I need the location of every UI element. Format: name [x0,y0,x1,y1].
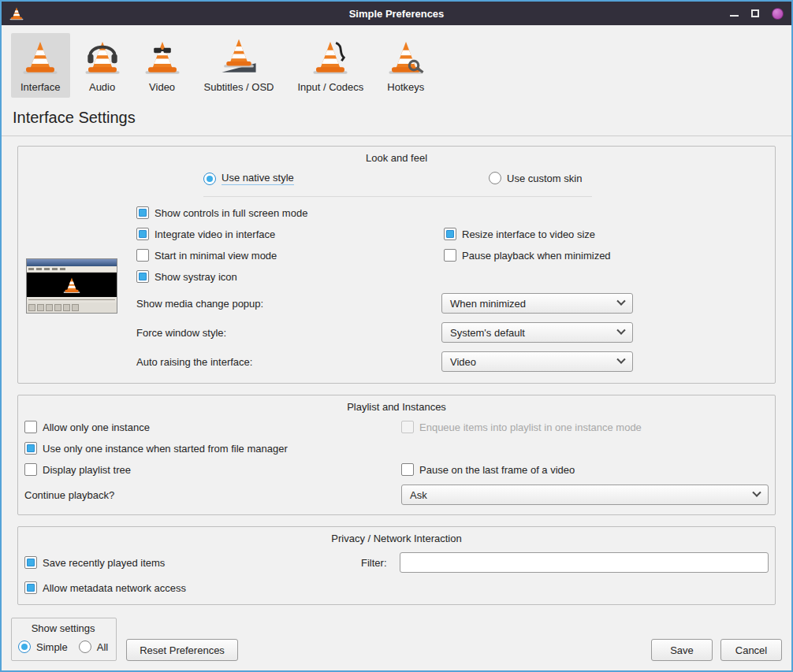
look-and-feel-body: Show controls in full screen mode Integr… [18,199,775,383]
restore-icon[interactable] [751,9,759,17]
cancel-button[interactable]: Cancel [720,639,782,661]
footer: Show settings Simple All Reset Preferenc… [2,618,791,670]
checkbox-show-systray-icon[interactable]: Show systray icon [136,270,444,283]
privacy-row-2: Allow metadata network access [18,573,775,604]
interface-checkbox-grid: Show controls in full screen mode Integr… [136,206,765,283]
checkbox-indicator [444,249,456,262]
look-and-feel-group: Look and feel Use native style Use custo… [17,146,776,384]
checkbox-indicator [136,270,149,283]
checkbox-one-instance-file-manager[interactable]: Use only one instance when started from … [24,442,769,455]
save-button[interactable]: Save [651,639,713,661]
filter-input[interactable] [400,552,769,573]
category-subtitles-osd[interactable]: Subtitles / OSD [195,33,284,98]
hotkeys-cone-icon [388,39,424,76]
checkbox-label: Pause on the last frame of a video [419,464,575,476]
subtitles-cone-icon [221,39,257,76]
privacy-network-group: Privacy / Network Interaction Save recen… [17,526,776,605]
category-interface[interactable]: Interface [11,33,70,98]
dropdown-value: Ask [410,489,427,501]
chevron-down-icon [616,326,625,335]
style-radio-row: Use native style Use custom skin [18,172,775,189]
checkbox-pause-last-frame[interactable]: Pause on the last frame of a video [401,463,769,476]
checkbox-label: Allow only one instance [43,421,150,433]
group-title: Playlist and Instances [18,395,775,421]
checkbox-label: Save recently played items [43,557,165,569]
checkbox-save-recently-played[interactable]: Save recently played items [24,556,361,569]
checkbox-show-fullscreen-controls[interactable]: Show controls in full screen mode [136,206,444,219]
checkbox-resize-interface[interactable]: Resize interface to video size [444,228,765,240]
dropdown-media-change-popup[interactable]: When minimized [441,293,633,314]
checkbox-indicator [136,249,149,262]
checkbox-pause-when-minimized[interactable]: Pause playback when minimized [444,249,765,262]
checkbox-label: Enqueue items into playlist in one insta… [419,421,642,433]
media-change-popup-label: Show media change popup: [136,298,441,310]
force-window-style-label: Force window style: [136,327,441,339]
radio-use-custom-skin[interactable]: Use custom skin [489,172,582,184]
radio-label: Use native style [222,172,294,185]
style-separator [203,196,592,197]
checkbox-label: Resize interface to video size [462,228,595,240]
radio-label: Use custom skin [507,173,582,184]
checkbox-label: Show systray icon [155,271,237,283]
vlc-preview-thumbnail [26,258,117,314]
dropdown-value: System's default [450,327,525,339]
checkbox-indicator [24,556,37,569]
checkbox-indicator [401,463,414,476]
checkbox-allow-metadata-access[interactable]: Allow metadata network access [24,581,769,594]
show-settings-group: Show settings Simple All [11,618,117,661]
filter-label: Filter: [361,557,387,569]
continue-playback-label: Continue playback? [24,489,401,501]
reset-preferences-button[interactable]: Reset Preferences [126,639,238,661]
checkbox-enqueue-one-instance: Enqueue items into playlist in one insta… [401,421,769,433]
show-settings-radios: Simple All [18,640,108,653]
preview-column [26,206,119,372]
radio-indicator [18,640,31,653]
category-label: Video [149,81,175,93]
continue-playback-row: Continue playback? Ask [18,476,775,514]
checkbox-integrate-video[interactable]: Integrate video in interface [136,228,444,240]
window-title: Simple Preferences [2,8,791,20]
show-settings-title: Show settings [18,622,108,634]
category-label: Subtitles / OSD [204,81,274,93]
close-icon[interactable] [772,8,784,20]
dropdown-force-window-style[interactable]: System's default [441,322,633,343]
checkbox-label: Display playlist tree [43,464,131,476]
dropdown-auto-raising[interactable]: Video [441,351,633,372]
chevron-down-icon [616,355,625,364]
category-label: Audio [89,81,115,93]
simple-preferences-window: { "window": { "title": "Simple Preferenc… [0,0,793,672]
dropdown-continue-playback[interactable]: Ask [401,485,769,505]
checkbox-label: Integrate video in interface [155,228,275,240]
chevron-down-icon [616,297,625,306]
radio-simple[interactable]: Simple [18,640,68,653]
checkbox-display-playlist-tree[interactable]: Display playlist tree [24,463,401,476]
category-input-codecs[interactable]: Input / Codecs [288,33,373,98]
interface-dropdown-grid: Show media change popup: When minimized … [136,293,765,372]
checkbox-indicator [444,228,456,240]
preview-menubar [27,266,117,273]
radio-all[interactable]: All [79,640,108,653]
radio-use-native-style[interactable]: Use native style [203,172,294,185]
checkbox-indicator [136,228,149,240]
minimize-icon[interactable] [730,15,739,17]
checkbox-indicator [24,463,37,476]
radio-label: All [97,641,108,653]
category-video[interactable]: Video [135,33,190,98]
radio-indicator [79,640,91,653]
checkbox-allow-one-instance[interactable]: Allow only one instance [24,421,401,433]
category-audio[interactable]: Audio [75,33,130,98]
radio-indicator [489,172,501,184]
settings-content: Look and feel Use native style Use custo… [2,136,791,616]
vlc-cone-icon [22,39,58,76]
category-toolbar: Interface Audio Video Subtitles / OSD In… [2,25,791,98]
checkbox-start-minimal-view[interactable]: Start in minimal view mode [136,249,444,262]
vlc-cone-icon [63,277,80,294]
input-codecs-cone-icon [312,39,348,76]
dropdown-value: Video [450,356,476,368]
category-label: Input / Codecs [297,81,363,93]
window-controls [730,8,784,20]
preview-titlebar [27,259,117,266]
checkbox-indicator [24,442,37,455]
category-hotkeys[interactable]: Hotkeys [378,33,434,98]
playlist-instances-group: Playlist and Instances Allow only one in… [17,395,776,515]
